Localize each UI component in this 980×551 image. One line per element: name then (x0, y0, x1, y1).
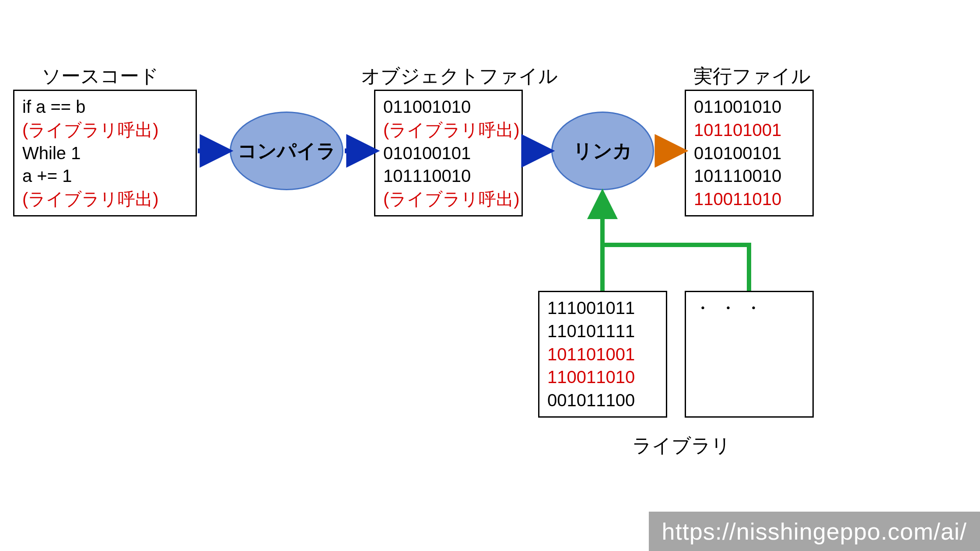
exec-line-5: 110011010 (694, 188, 805, 211)
box-source-code: if a == b (ライブラリ呼出) While 1 a += 1 (ライブラ… (13, 90, 197, 216)
lib1-line-2: 110101111 (547, 320, 658, 343)
source-line-5: (ライブラリ呼出) (22, 188, 188, 211)
lib1-line-4: 110011010 (547, 366, 658, 389)
object-line-5: (ライブラリ呼出) (383, 188, 514, 211)
lib2-line-1: ・・・ (694, 296, 805, 320)
object-line-3: 010100101 (383, 142, 514, 165)
label-object-file: オブジェクトファイル (361, 63, 558, 89)
box-object-file: 011001010 (ライブラリ呼出) 010100101 101110010 … (374, 90, 523, 216)
exec-line-2: 101101001 (694, 119, 805, 142)
label-source-code: ソースコード (42, 63, 159, 89)
lib1-line-5: 001011100 (547, 389, 658, 412)
node-compiler: コンパイラ (230, 112, 343, 190)
source-line-3: While 1 (22, 142, 188, 165)
object-line-4: 101110010 (383, 164, 514, 188)
exec-line-4: 101110010 (694, 164, 805, 188)
label-library: ライブラリ (632, 433, 731, 459)
lib1-line-3: 101101001 (547, 343, 658, 366)
label-exec-file: 実行ファイル (693, 63, 811, 89)
diagram-stage: { "labels": { "source": "ソースコード", "objec… (0, 0, 980, 551)
watermark: https://nisshingeppo.com/ai/ (649, 512, 980, 551)
node-compiler-label: コンパイラ (238, 138, 336, 164)
box-library-2: ・・・ (685, 291, 814, 418)
node-linker: リンカ (551, 112, 654, 190)
source-line-1: if a == b (22, 95, 188, 119)
exec-line-3: 010100101 (694, 142, 805, 165)
node-linker-label: リンカ (573, 138, 632, 164)
object-line-1: 011001010 (383, 95, 514, 119)
source-line-2: (ライブラリ呼出) (22, 119, 188, 142)
arrow-lib2-elbow (602, 245, 749, 291)
lib1-line-1: 111001011 (547, 296, 658, 320)
object-line-2: (ライブラリ呼出) (383, 119, 514, 142)
source-line-4: a += 1 (22, 164, 188, 188)
box-exec-file: 011001010 101101001 010100101 101110010 … (685, 90, 814, 216)
box-library-1: 111001011 110101111 101101001 110011010 … (538, 291, 667, 418)
exec-line-1: 011001010 (694, 95, 805, 119)
